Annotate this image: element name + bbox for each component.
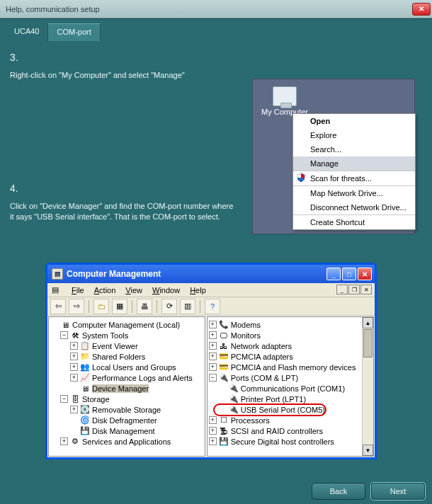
mdi-minimize[interactable]: _ [336,285,348,294]
collapse-icon[interactable]: − [60,331,68,339]
expand-icon[interactable]: + [70,353,78,360]
back-label: Back [330,487,347,496]
export-icon: ▥ [184,302,191,311]
tb-back[interactable]: ⇦ [50,299,66,314]
mdi-restore[interactable]: ❐ [348,285,360,294]
ctx-search[interactable]: Search... [293,142,415,156]
dev-usbserial[interactable]: 🔌USB Serial Port (COM5) [209,404,372,415]
dev-pcmcia-flash[interactable]: +💳PCMCIA and Flash memory devices [209,362,372,372]
dev-pcmcia-label: PCMCIA adapters [231,353,293,361]
expand-icon[interactable]: + [60,437,68,445]
expand-icon[interactable]: + [70,342,78,350]
tree-perf-label: Performance Logs and Alerts [92,374,193,382]
close-icon: ✕ [362,270,368,278]
menu-help[interactable]: Help [190,286,206,294]
tb-print[interactable]: 🖶 [137,299,152,314]
expand-icon[interactable]: + [209,331,217,339]
tb-export[interactable]: ▥ [180,299,195,314]
expand-icon[interactable]: + [209,342,217,350]
tree-removable[interactable]: +💽Removable Storage [50,404,203,415]
collapse-icon[interactable]: − [60,395,68,403]
expand-icon[interactable]: + [209,427,217,435]
dev-pcmcia[interactable]: +💳PCMCIA adapters [209,351,372,362]
menu-action[interactable]: Action [94,286,116,294]
tree-diskmgmt[interactable]: 💾Disk Management [50,425,203,436]
cm-maximize-button[interactable]: □ [342,268,356,280]
tb-refresh[interactable]: ⟳ [161,299,177,314]
tree-systools[interactable]: −🛠System Tools [50,330,203,340]
tb-props[interactable]: ▦ [112,299,127,314]
ctx-open[interactable]: Open [293,114,415,128]
tree-shared[interactable]: +📁Shared Folders [50,351,203,362]
back-button[interactable]: Back [312,483,365,500]
mdi-buttons: _ ❐ ✕ [336,285,372,294]
menu-view[interactable]: View [125,286,142,294]
tab-uca40[interactable]: UCA40 [6,23,48,41]
dev-network[interactable]: +🖧Network adapters [209,340,372,351]
cm-close-button[interactable]: ✕ [358,268,372,280]
ctx-create-shortcut[interactable]: Create Shortcut [293,214,415,229]
expand-icon[interactable]: + [70,406,78,413]
tree-defrag[interactable]: 🌀Disk Defragmenter [50,415,203,425]
ctx-map-drive[interactable]: Map Network Drive... [293,185,415,200]
dev-lpt1[interactable]: 🔌Printer Port (LPT1) [209,394,372,404]
expand-icon[interactable]: + [209,353,217,360]
ctx-manage[interactable]: Manage [293,156,415,171]
dev-monitors[interactable]: +🖵Monitors [209,330,372,340]
dev-sdhost[interactable]: +💾Secure Digital host controllers [209,436,372,447]
scrollbar[interactable]: ▲ ▼ [362,317,373,456]
expand-icon[interactable]: + [70,363,78,371]
collapse-icon[interactable]: − [209,374,217,382]
folder-up-icon: 🗀 [98,302,106,311]
tab-comport[interactable]: COM-port [48,23,100,41]
mdi-close[interactable]: ✕ [360,285,372,294]
tb-sep2 [132,300,132,313]
port-icon: 🔌 [229,384,239,394]
defrag-icon: 🌀 [80,416,90,425]
dev-lpt1-label: Printer Port (LPT1) [241,395,306,403]
tree-root[interactable]: 🖥Computer Management (Local) [50,319,203,330]
perf-icon: 📈 [80,373,90,383]
next-button[interactable]: Next [371,483,425,500]
titlebar: Help, communication setup ✕ [0,0,432,18]
close-button[interactable]: ✕ [412,3,431,16]
menu-file[interactable]: File [72,286,84,294]
dev-com1[interactable]: 🔌Communications Port (COM1) [209,383,372,394]
dev-monitors-label: Monitors [231,331,261,340]
expand-icon[interactable]: + [209,363,217,371]
computer-icon: 🖥 [60,320,70,330]
dev-scsi-label: SCSI and RAID controllers [231,427,323,435]
dev-modems[interactable]: +📞Modems [209,319,372,330]
tree-devmgr[interactable]: 🖥Device Manager [50,383,203,394]
tree-eventviewer[interactable]: +📋Event Viewer [50,340,203,351]
scroll-up-icon[interactable]: ▲ [363,317,373,328]
tree-storage[interactable]: −🗄Storage [50,394,203,404]
tb-help[interactable]: ? [205,299,220,314]
scroll-thumb[interactable] [363,329,373,357]
tab-comport-label: COM-port [57,28,91,36]
tree-users[interactable]: +👥Local Users and Groups [50,362,203,372]
dev-ports[interactable]: −🔌Ports (COM & LPT) [209,372,372,383]
tree-perf[interactable]: +📈Performance Logs and Alerts [50,372,203,383]
dev-processors[interactable]: +☐Processors [209,415,372,425]
menu-window[interactable]: Window [152,286,180,294]
tree-removable-label: Removable Storage [92,406,161,414]
ctx-scan-label: Scan for threats... [310,174,372,183]
expand-icon[interactable]: + [209,321,217,328]
expand-icon[interactable]: + [70,374,78,382]
ctx-scan[interactable]: Scan for threats... [293,171,415,185]
expand-icon[interactable]: + [209,416,217,424]
dev-com1-label: Communications Port (COM1) [241,384,345,393]
cm-minimize-button[interactable]: _ [326,268,341,280]
expand-icon[interactable]: + [209,437,217,445]
dev-net-label: Network adapters [231,342,292,350]
dev-scsi[interactable]: +🗜SCSI and RAID controllers [209,425,372,436]
cm-app-icon: ▤ [52,268,63,280]
tb-forward[interactable]: ⇨ [69,299,84,314]
tree-services[interactable]: +⚙Services and Applications [50,436,203,447]
ctx-disconnect-drive[interactable]: Disconnect Network Drive... [293,200,415,214]
ctx-explore[interactable]: Explore [293,128,415,142]
tb-up[interactable]: 🗀 [93,299,109,314]
scroll-down-icon[interactable]: ▼ [363,445,373,456]
ctx-explore-label: Explore [310,131,336,139]
